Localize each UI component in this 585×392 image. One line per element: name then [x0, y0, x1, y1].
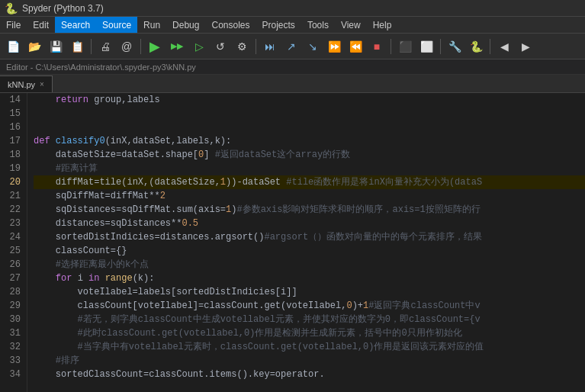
code-area[interactable]: return group,labels def classify0(inX,da… — [27, 93, 585, 392]
editor-path: Editor - C:\Users\Administrator\.spyder-… — [0, 59, 585, 75]
debug-step-out-button[interactable]: ⏪ — [346, 37, 365, 56]
code-line-27: for i in range(k): — [34, 272, 585, 285]
editor-tab[interactable]: kNN.py × — [0, 76, 53, 92]
line-num-14: 14 — [3, 93, 21, 107]
code-line-17: def classify0(inX,dataSet,labels,k): — [34, 134, 585, 148]
code-line-23: distances=sqDistances**0.5 — [34, 217, 585, 230]
code-line-20: diffMat=tile(inX,(dataSetSize,1))-dataSe… — [34, 175, 585, 189]
debug-step-into-button[interactable]: ↘ — [303, 37, 323, 56]
open-file-button[interactable]: 📂 — [24, 37, 44, 56]
app-title: Spyder (Python 3.7) — [22, 3, 104, 14]
code-line-24: sortedDistIndicies=distances.argsort()#a… — [34, 230, 585, 244]
code-line-30: #若无，则字典classCount中生成votellabel元素，并使其对应的数… — [34, 313, 585, 326]
tab-close-button[interactable]: × — [40, 80, 44, 88]
debug-start-button[interactable]: ⏭ — [260, 37, 280, 56]
run-cell-button[interactable]: ▶▶ — [166, 37, 188, 56]
run-button[interactable]: ▶ — [145, 37, 165, 56]
back-button[interactable]: ◀ — [494, 37, 514, 56]
line-num-32: 32 — [3, 340, 21, 354]
save-as-button[interactable]: 📋 — [67, 37, 87, 56]
wrench-button[interactable]: 🔧 — [445, 37, 464, 56]
debug-continue-button[interactable]: ⏩ — [324, 37, 344, 56]
code-line-19: #距离计算 — [34, 162, 585, 175]
line-num-24: 24 — [3, 230, 21, 244]
menu-file[interactable]: File — [0, 17, 27, 33]
separator-4 — [391, 39, 391, 54]
menu-search[interactable]: Search — [55, 17, 96, 33]
line-num-29: 29 — [3, 299, 21, 313]
menu-consoles[interactable]: Consoles — [205, 17, 256, 33]
code-line-32: #当字典中有votellabel元素时，classCount.get(votel… — [34, 340, 585, 354]
line-num-16: 16 — [3, 120, 21, 134]
separator-3 — [256, 39, 256, 54]
code-line-25: classCount={} — [34, 244, 585, 258]
code-line-34: sortedClassCount=classCount.items().key=… — [34, 368, 585, 381]
line-num-34: 34 — [3, 368, 21, 381]
code-line-33: #排序 — [34, 354, 585, 368]
app-icon: 🐍 — [5, 2, 18, 14]
debug-step-button[interactable]: ↗ — [281, 37, 301, 56]
run-selection-button[interactable]: ▷ — [189, 37, 209, 56]
code-line-29: classCount[voteIlabel]=classCount.get(vo… — [34, 299, 585, 313]
line-numbers: 14 15 16 17 18 19 ⚠20 21 22 23 24 25 26 … — [0, 93, 27, 392]
code-editor: 14 15 16 17 18 19 ⚠20 21 22 23 24 25 26 … — [0, 93, 585, 392]
save-button[interactable]: 💾 — [46, 37, 66, 56]
menu-view[interactable]: View — [335, 17, 367, 33]
line-num-23: 23 — [3, 217, 21, 230]
line-num-30: 30 — [3, 313, 21, 326]
stop-button[interactable]: ■ — [367, 37, 387, 56]
line-num-19: 19 — [3, 162, 21, 175]
profile-button[interactable]: ⬛ — [395, 37, 415, 56]
menu-projects[interactable]: Projects — [256, 17, 301, 33]
line-num-25: 25 — [3, 244, 21, 258]
expand-button[interactable]: ⬜ — [416, 37, 436, 56]
code-line-28: voteIlabel=labels[sortedDistIndicies[i]] — [34, 285, 585, 299]
editor-path-text: Editor - C:\Users\Administrator\.spyder-… — [6, 63, 196, 72]
line-num-17: 17 — [3, 134, 21, 148]
code-line-14: return group,labels — [34, 93, 585, 107]
code-line-22: sqDistances=sqDiffMat.sum(axis=1)#参数axis… — [34, 203, 585, 217]
line-num-15: 15 — [3, 107, 21, 120]
forward-button[interactable]: ▶ — [516, 37, 535, 56]
code-line-18: dataSetSize=dataSet.shape[0] #返回dataSet这… — [34, 148, 585, 162]
separator-6 — [490, 39, 490, 54]
toolbar: 📄 📂 💾 📋 🖨 @ ▶ ▶▶ ▷ ↺ ⚙ ⏭ ↗ ↘ ⏩ ⏪ ■ ⬛ ⬜ 🔧… — [0, 34, 585, 59]
menu-tools[interactable]: Tools — [301, 17, 335, 33]
line-num-26: 26 — [3, 258, 21, 272]
menu-edit[interactable]: Edit — [27, 17, 55, 33]
code-line-26: #选择距离最小的k个点 — [34, 258, 585, 272]
code-line-15 — [34, 107, 585, 120]
menu-source[interactable]: Source — [96, 17, 137, 33]
title-bar: 🐍 Spyder (Python 3.7) — [0, 0, 585, 17]
at-button[interactable]: @ — [117, 37, 137, 56]
line-num-21: 21 — [3, 189, 21, 203]
line-num-27: 27 — [3, 272, 21, 285]
line-num-28: 28 — [3, 285, 21, 299]
code-line-16 — [34, 120, 585, 134]
tab-filename: kNN.py — [8, 80, 35, 89]
new-file-button[interactable]: 📄 — [3, 37, 23, 56]
line-num-18: 18 — [3, 148, 21, 162]
line-num-22: 22 — [3, 203, 21, 217]
menu-debug[interactable]: Debug — [166, 17, 205, 33]
code-line-31: #此时classCount.get(votellabel,0)作用是检测并生成新… — [34, 326, 585, 340]
tab-bar: kNN.py × — [0, 75, 585, 93]
line-num-20: ⚠20 — [3, 175, 21, 189]
menu-help[interactable]: Help — [367, 17, 398, 33]
line-num-31: 31 — [3, 326, 21, 340]
line-num-33: 33 — [3, 354, 21, 368]
menu-bar: File Edit Search Source Run Debug Consol… — [0, 17, 585, 34]
print-button[interactable]: 🖨 — [95, 37, 115, 56]
code-line-21: sqDiffMat=diffMat**2 — [34, 189, 585, 203]
separator-2 — [140, 39, 141, 54]
run-config-button[interactable]: ⚙ — [232, 37, 252, 56]
separator-5 — [440, 39, 441, 54]
separator-1 — [91, 39, 92, 54]
menu-run[interactable]: Run — [137, 17, 166, 33]
python-button[interactable]: 🐍 — [466, 37, 486, 56]
rerun-button[interactable]: ↺ — [211, 37, 230, 56]
